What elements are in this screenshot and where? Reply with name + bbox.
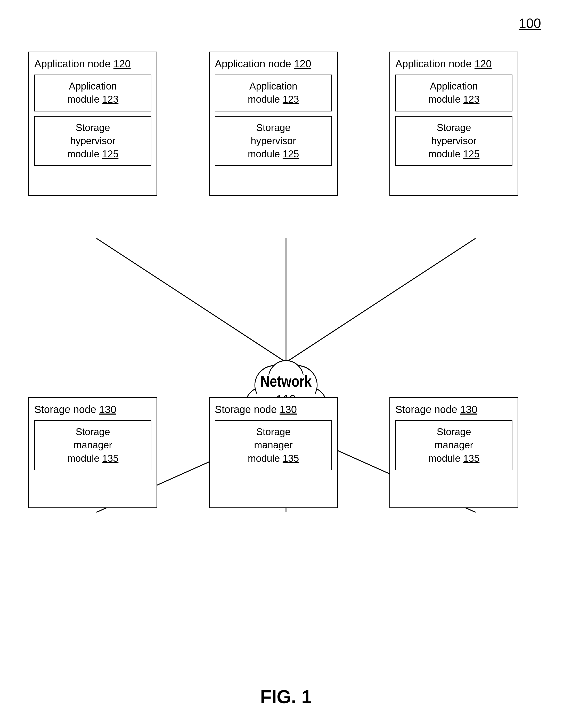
storage-node-1-title: Storage node 130 (34, 403, 151, 416)
storage-manager-3: Storagemanagermodule 135 (396, 420, 512, 470)
svg-point-11 (269, 360, 304, 397)
storage-node-3: Storage node 130 Storagemanagermodule 13… (389, 397, 518, 508)
app-node-3: Application node 120 Applicationmodule 1… (389, 52, 518, 196)
storage-node-2: Storage node 130 Storagemanagermodule 13… (209, 397, 338, 508)
svg-line-2 (286, 238, 476, 362)
storage-node-2-title: Storage node 130 (215, 403, 332, 416)
storage-hypervisor-3: Storagehypervisormodule 125 (396, 116, 512, 166)
app-node-1: Application node 120 Applicationmodule 1… (28, 52, 157, 196)
app-node-1-title: Application node 120 (34, 58, 151, 70)
storage-manager-2: Storagemanagermodule 135 (215, 420, 332, 470)
app-node-3-title: Application node 120 (396, 58, 512, 70)
storage-manager-1: Storagemanagermodule 135 (34, 420, 151, 470)
svg-line-0 (96, 238, 286, 362)
app-module-2: Applicationmodule 123 (215, 75, 332, 112)
app-module-3: Applicationmodule 123 (396, 75, 512, 112)
page-number: 100 (519, 15, 541, 31)
svg-text:Network: Network (261, 373, 312, 390)
figure-label: FIG. 1 (260, 686, 312, 707)
storage-hypervisor-1: Storagehypervisormodule 125 (34, 116, 151, 166)
diagram-container: Network 110 Application node 120 Applica… (21, 36, 551, 656)
storage-hypervisor-2: Storagehypervisormodule 125 (215, 116, 332, 166)
app-node-2-title: Application node 120 (215, 58, 332, 70)
storage-node-1: Storage node 130 Storagemanagermodule 13… (28, 397, 157, 508)
app-node-2: Application node 120 Applicationmodule 1… (209, 52, 338, 196)
storage-node-3-title: Storage node 130 (396, 403, 512, 416)
app-module-1: Applicationmodule 123 (34, 75, 151, 112)
